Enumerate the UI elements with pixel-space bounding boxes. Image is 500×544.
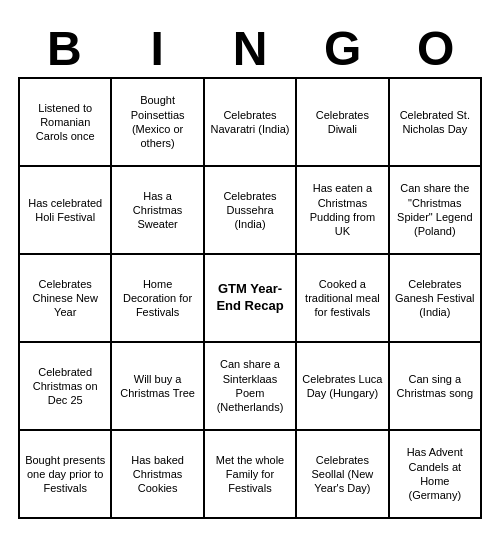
letter-n: N bbox=[206, 25, 294, 73]
bingo-cell-13[interactable]: Cooked a traditional meal for festivals bbox=[297, 255, 389, 343]
bingo-cell-4[interactable]: Celebrated St. Nicholas Day bbox=[390, 79, 482, 167]
bingo-header: B I N G O bbox=[18, 25, 482, 73]
letter-g: G bbox=[299, 25, 387, 73]
bingo-cell-7[interactable]: Celebrates Dussehra (India) bbox=[205, 167, 297, 255]
letter-i: I bbox=[113, 25, 201, 73]
bingo-cell-17[interactable]: Can share a Sinterklaas Poem (Netherland… bbox=[205, 343, 297, 431]
bingo-grid: Listened to Romanian Carols onceBought P… bbox=[18, 77, 482, 519]
bingo-cell-14[interactable]: Celebrates Ganesh Festival (India) bbox=[390, 255, 482, 343]
bingo-cell-0[interactable]: Listened to Romanian Carols once bbox=[20, 79, 112, 167]
bingo-cell-18[interactable]: Celebrates Luca Day (Hungary) bbox=[297, 343, 389, 431]
bingo-cell-3[interactable]: Celebrates Diwali bbox=[297, 79, 389, 167]
bingo-cell-1[interactable]: Bought Poinsettias (Mexico or others) bbox=[112, 79, 204, 167]
bingo-cell-10[interactable]: Celebrates Chinese New Year bbox=[20, 255, 112, 343]
bingo-cell-5[interactable]: Has celebrated Holi Festival bbox=[20, 167, 112, 255]
bingo-cell-15[interactable]: Celebrated Christmas on Dec 25 bbox=[20, 343, 112, 431]
bingo-cell-8[interactable]: Has eaten a Christmas Pudding from UK bbox=[297, 167, 389, 255]
bingo-cell-20[interactable]: Bought presents one day prior to Festiva… bbox=[20, 431, 112, 519]
bingo-cell-11[interactable]: Home Decoration for Festivals bbox=[112, 255, 204, 343]
bingo-cell-2[interactable]: Celebrates Navaratri (India) bbox=[205, 79, 297, 167]
bingo-cell-16[interactable]: Will buy a Christmas Tree bbox=[112, 343, 204, 431]
bingo-cell-23[interactable]: Celebrates Seollal (New Year's Day) bbox=[297, 431, 389, 519]
bingo-cell-9[interactable]: Can share the "Christmas Spider" Legend … bbox=[390, 167, 482, 255]
letter-b: B bbox=[20, 25, 108, 73]
bingo-cell-24[interactable]: Has Advent Candels at Home (Germany) bbox=[390, 431, 482, 519]
letter-o: O bbox=[392, 25, 480, 73]
bingo-cell-6[interactable]: Has a Christmas Sweater bbox=[112, 167, 204, 255]
bingo-cell-22[interactable]: Met the whole Family for Festivals bbox=[205, 431, 297, 519]
bingo-cell-12[interactable]: GTM Year-End Recap bbox=[205, 255, 297, 343]
bingo-card: B I N G O Listened to Romanian Carols on… bbox=[10, 17, 490, 527]
bingo-cell-19[interactable]: Can sing a Christmas song bbox=[390, 343, 482, 431]
bingo-cell-21[interactable]: Has baked Christmas Cookies bbox=[112, 431, 204, 519]
